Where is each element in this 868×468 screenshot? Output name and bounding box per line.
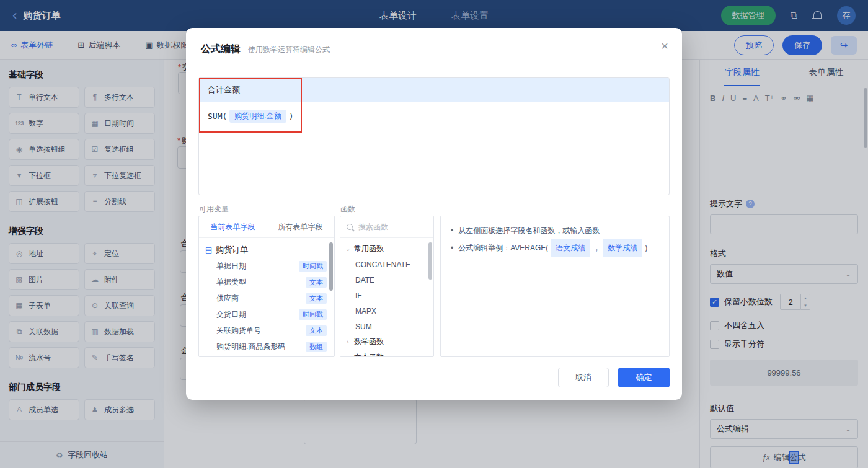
bullet-icon: •	[451, 223, 453, 239]
help-tip: • 从左侧面板选择字段名和函数，或输入函数	[451, 223, 659, 239]
help-text: )	[645, 240, 647, 256]
function-item[interactable]: SUM	[340, 319, 433, 334]
function-item[interactable]: MAPX	[340, 303, 433, 319]
bullet-icon: •	[451, 240, 453, 256]
function-group-math[interactable]: ›数学函数	[340, 334, 433, 350]
type-tag: 文本	[306, 277, 327, 288]
variable-row[interactable]: 单据类型文本	[199, 274, 334, 290]
tree-root-label: 购货订单	[216, 244, 248, 255]
formula-editor-box: 合计金额 = SUM( 购货明细.金额 )	[198, 77, 670, 195]
formula-editor[interactable]: SUM( 购货明细.金额 )	[199, 102, 669, 131]
variable-row[interactable]: 购货明细.商品条形码数组	[199, 338, 334, 355]
variable-row[interactable]: 交货日期时间戳	[199, 306, 334, 322]
formula-edit-modal: 公式编辑 使用数学运算符编辑公式 × 合计金额 = SUM( 购货明细.金额 )…	[186, 28, 682, 400]
caret-down-icon: ⌄	[345, 245, 350, 252]
group-label: 文本函数	[354, 352, 384, 357]
close-icon[interactable]: ×	[661, 39, 668, 53]
type-tag: 数组	[306, 342, 327, 352]
type-tag: 文本	[306, 325, 327, 336]
example-field-token: 数学成绩	[603, 239, 642, 257]
type-tag: 时间戳	[299, 309, 327, 320]
form-doc-icon: ▤	[205, 245, 212, 254]
function-item[interactable]: IF	[340, 288, 433, 303]
example-field-token: 语文成绩	[551, 239, 590, 257]
help-text: 从左侧面板选择字段名和函数，或输入函数	[458, 223, 600, 239]
tab-current-form-fields[interactable]: 当前表单字段	[199, 216, 267, 237]
search-icon	[347, 224, 353, 230]
function-search-input[interactable]	[357, 222, 427, 232]
function-search	[340, 216, 433, 238]
type-tag: 时间戳	[299, 261, 327, 272]
group-label: 常用函数	[354, 244, 384, 254]
functions-label: 函数	[340, 204, 355, 214]
cancel-button[interactable]: 取消	[558, 368, 609, 387]
function-group-common[interactable]: ⌄常用函数	[340, 241, 433, 257]
help-panel: • 从左侧面板选择字段名和函数，或输入函数 • 公式编辑举例：AVERAGE( …	[440, 216, 670, 357]
variables-panel: 当前表单字段 所有表单字段 ▤ 购货订单 单据日期时间戳 单据类型文本 供应商文…	[198, 216, 335, 357]
caret-right-icon: ›	[345, 354, 350, 357]
caret-right-icon: ›	[345, 338, 350, 345]
modal-subtitle: 使用数学运算符编辑公式	[248, 45, 330, 55]
formula-function: SUM(	[208, 112, 227, 121]
function-item[interactable]: CONCATENATE	[340, 257, 433, 272]
modal-title: 公式编辑	[201, 43, 241, 56]
functions-tree: ⌄常用函数 CONCATENATE DATE IF MAPX SUM ›数学函数…	[340, 238, 433, 357]
variable-name: 供应商	[216, 293, 239, 304]
help-text: ，	[593, 240, 600, 256]
variable-row[interactable]: 供应商文本	[199, 290, 334, 306]
variables-label: 可用变量	[199, 204, 229, 214]
formula-field-token: 购货明细.金额	[229, 110, 286, 123]
tab-all-form-fields[interactable]: 所有表单字段	[267, 216, 334, 237]
variables-tabs: 当前表单字段 所有表单字段	[199, 216, 334, 238]
help-body: • 从左侧面板选择字段名和函数，或输入函数 • 公式编辑举例：AVERAGE( …	[441, 216, 669, 263]
functions-scrollbar[interactable]	[428, 242, 432, 280]
variable-name: 关联购货单号	[216, 325, 261, 336]
modal-header: 公式编辑 使用数学运算符编辑公式	[186, 28, 682, 56]
confirm-button[interactable]: 确定	[618, 368, 670, 387]
variable-row[interactable]: 关联购货单号文本	[199, 322, 334, 338]
formula-paren: )	[289, 112, 294, 121]
app-window: ‹ 购货订单 表单设计 表单设置 数据管理 ⧉ 存 ∞ 表单外链 ⊞ 后端脚本 …	[0, 0, 868, 468]
function-item[interactable]: DATE	[340, 272, 433, 288]
type-tag: 文本	[306, 293, 327, 304]
variables-tree: ▤ 购货订单 单据日期时间戳 单据类型文本 供应商文本 交货日期时间戳 关联购货…	[199, 238, 334, 357]
variable-name: 购货明细.商品条形码	[216, 342, 285, 352]
variable-name: 交货日期	[216, 309, 246, 320]
help-text: 公式编辑举例：AVERAGE(	[458, 240, 548, 256]
group-label: 数学函数	[354, 337, 384, 347]
variables-scrollbar[interactable]	[329, 242, 333, 291]
variable-row[interactable]: 单据日期时间戳	[199, 258, 334, 274]
functions-panel: ⌄常用函数 CONCATENATE DATE IF MAPX SUM ›数学函数…	[340, 216, 434, 357]
formula-target: 合计金额 =	[199, 78, 669, 102]
tree-root[interactable]: ▤ 购货订单	[199, 242, 334, 258]
variable-name: 单据类型	[216, 277, 246, 288]
variable-name: 单据日期	[216, 261, 246, 272]
help-tip: • 公式编辑举例：AVERAGE( 语文成绩 ， 数学成绩 )	[451, 239, 659, 257]
function-group-text[interactable]: ›文本函数	[340, 350, 433, 357]
